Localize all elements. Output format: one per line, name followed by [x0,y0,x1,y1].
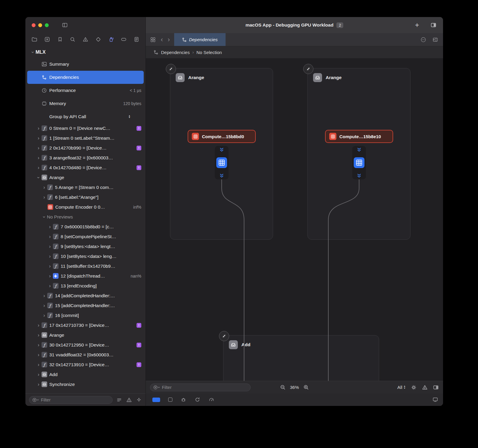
tree-root-row[interactable]: ›MLX [27,47,144,58]
forward-button[interactable]: › [168,36,170,43]
compute-encoder-node[interactable]: Compute…15b8e10 [325,130,393,143]
tree-row[interactable]: ›ƒ14 [addCompletedHandler:… [27,291,144,301]
sidebar-filter-field[interactable]: Filter [29,396,113,404]
disclosure-chevron[interactable]: › [36,352,41,357]
compute-encoder-node[interactable]: Compute…15b8bd0 [188,130,256,143]
breadcrumb-item[interactable]: No Selection [197,50,222,55]
disclosure-chevron[interactable]: › [36,156,41,160]
tree-row[interactable]: ›ƒ32 0x142713910 = [Device…! [27,360,144,370]
tree-row[interactable]: ›ƒ30 0x142712950 = [Device…! [27,340,144,350]
disclosure-chevron[interactable]: › [47,224,53,229]
panel-right-icon[interactable] [433,384,439,390]
tree-row[interactable]: ›Arange [27,330,144,340]
tree-row[interactable]: ›Add [27,370,144,379]
sparkle-icon[interactable] [136,397,142,403]
more-options-icon[interactable] [420,37,426,43]
tree-row[interactable]: ›ƒ2 0x14270b990 = [Device…! [27,143,144,153]
disclosure-chevron[interactable]: › [47,254,53,259]
display-icon[interactable] [432,397,438,403]
report-icon[interactable] [132,36,141,43]
disclosure-chevron[interactable]: › [36,333,41,338]
resource-stack[interactable] [215,146,229,179]
tree-row[interactable]: Summary [27,58,144,71]
stepper-icon[interactable]: ▲▼ [128,115,131,119]
tab-dependencies[interactable]: Dependencies [174,33,226,46]
tree-row[interactable]: ›ƒ1 [Stream 0 setLabel:"Stream… [27,133,144,143]
bookmark-icon[interactable] [55,36,65,43]
gauge-icon[interactable] [209,397,215,403]
editor-panel-icon[interactable] [430,22,436,28]
tree-row[interactable]: ›ƒ17 0x142710730 = [Device…! [27,320,144,330]
breadcrumb-item[interactable]: Dependencies [161,50,190,55]
tag-icon[interactable] [94,36,103,43]
disclosure-chevron[interactable]: › [42,214,47,220]
runtime-issue-icon[interactable]: ! [137,126,141,131]
disclosure-chevron[interactable]: › [36,382,41,387]
disclosure-chevron[interactable]: › [42,313,47,318]
disclosure-chevron[interactable]: › [36,165,41,170]
tree-row[interactable]: Performance< 1 µs [27,84,144,97]
runtime-issue-icon[interactable]: ! [137,146,141,150]
disclosure-chevron[interactable]: › [36,323,41,328]
tree-row[interactable]: Memory120 bytes [27,97,144,110]
disclosure-chevron[interactable]: › [36,126,41,131]
tree-row[interactable]: ›ƒ9 [setBytes:<data> lengt… [27,241,144,251]
select-rect-icon[interactable] [168,398,172,402]
runtime-issue-icon[interactable]: ! [137,362,141,367]
tree-row[interactable]: ›Arange [27,173,144,182]
disclosure-chevron[interactable]: › [47,274,53,278]
tree-row[interactable]: ›Synchronize [27,379,144,389]
tree-row[interactable]: ›ƒ13 [endEncoding] [27,281,144,291]
tree-row[interactable]: ›12 [dispatchThread…nan% [27,271,144,281]
zoom-window-button[interactable] [45,23,49,27]
disclosure-chevron[interactable]: › [42,293,47,298]
capsule-icon[interactable] [119,36,128,43]
disclosure-chevron[interactable]: › [30,50,35,55]
mode-pill-icon[interactable] [152,398,160,402]
back-button[interactable]: ‹ [161,36,163,43]
disclosure-chevron[interactable]: › [36,362,41,367]
disclosure-chevron[interactable]: › [36,343,41,347]
close-window-button[interactable] [32,23,36,27]
runtime-issue-icon[interactable]: ! [137,343,141,347]
disclosure-chevron[interactable]: › [47,234,53,239]
tree-row[interactable]: Group by API Call▲▼ [27,110,144,123]
warning-icon[interactable] [81,36,90,43]
runtime-issue-icon[interactable]: ! [137,323,141,328]
align-icon[interactable] [116,397,122,403]
resource-stack[interactable] [352,146,366,179]
buffer-grid-icon[interactable] [354,157,364,168]
add-tab-icon[interactable]: + [415,21,419,29]
tree-row[interactable]: ›ƒ8 [setComputePipelineSt… [27,232,144,241]
refresh-icon[interactable] [194,397,200,403]
minimize-window-button[interactable] [38,23,42,27]
sidebar-toggle-icon[interactable] [62,22,68,28]
tab-overview-icon[interactable] [150,37,156,43]
disclosure-chevron[interactable]: › [36,146,41,150]
disclosure-chevron[interactable]: › [47,264,53,269]
warning-icon[interactable] [126,397,132,403]
disclosure-chevron[interactable]: › [36,372,41,377]
tree-row[interactable]: Dependencies [27,71,144,84]
folder-icon[interactable] [30,36,39,43]
add-editor-icon[interactable] [432,37,438,43]
tree-row[interactable]: ›ƒ7 0x6000015b8bd0 = [c… [27,222,144,232]
bug-icon[interactable] [180,397,186,403]
tree-row[interactable]: ›ƒ11 [setBuffer:0x14270b9… [27,261,144,271]
scope-selector[interactable]: All ▲▼ [397,385,406,390]
search-icon[interactable] [68,36,77,43]
tree-row[interactable]: ›ƒ31 vvaddfloat32 = [0x600003… [27,350,144,360]
disclosure-chevron[interactable]: › [42,195,47,200]
disclosure-chevron[interactable]: › [36,175,41,180]
tree-row[interactable]: ›ƒ6 [setLabel:"Arange"] [27,192,144,202]
tree-row[interactable]: ›ƒ3 arangefloat32 = [0x600003… [27,153,144,163]
symbols-icon[interactable] [42,36,52,43]
tree-row[interactable]: ›No Previews [27,212,144,222]
disclosure-chevron[interactable]: › [36,136,41,141]
warning-icon[interactable] [422,384,428,390]
tree-row[interactable]: ›ƒ4 0x14270d480 = [Device…! [27,163,144,173]
tree-row[interactable]: ›ƒ0 Stream 0 = [Device newC…! [27,123,144,133]
tree-row[interactable]: Compute Encoder 0 0…inf% [27,202,144,212]
tree-row[interactable]: ›ƒ15 [addCompletedHandler:… [27,301,144,310]
runtime-issue-icon[interactable]: ! [137,165,141,170]
